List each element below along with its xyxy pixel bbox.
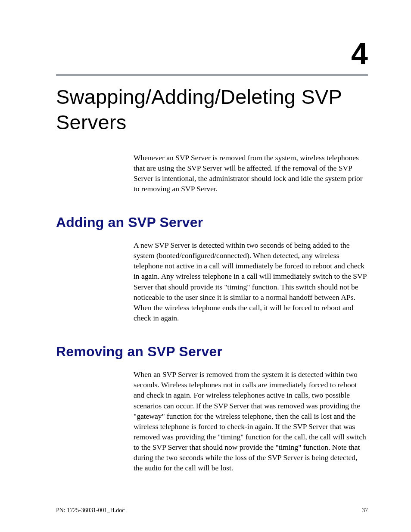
chapter-number: 4 bbox=[56, 39, 368, 69]
section-body-adding: A new SVP Server is detected within two … bbox=[134, 240, 368, 323]
section-heading-adding: Adding an SVP Server bbox=[56, 215, 368, 230]
page-footer: PN: 1725-36031-001_H.doc 37 bbox=[56, 507, 368, 514]
section-heading-removing: Removing an SVP Server bbox=[56, 344, 368, 360]
horizontal-rule bbox=[56, 74, 368, 76]
chapter-intro-paragraph: Whenever an SVP Server is removed from t… bbox=[134, 152, 368, 194]
footer-page-number: 37 bbox=[362, 507, 368, 514]
section-body-removing: When an SVP Server is removed from the s… bbox=[134, 369, 368, 473]
footer-doc-id: PN: 1725-36031-001_H.doc bbox=[56, 507, 125, 514]
document-page: 4 Swapping/Adding/Deleting SVP Servers W… bbox=[0, 0, 411, 532]
chapter-title: Swapping/Adding/Deleting SVP Servers bbox=[56, 84, 368, 135]
